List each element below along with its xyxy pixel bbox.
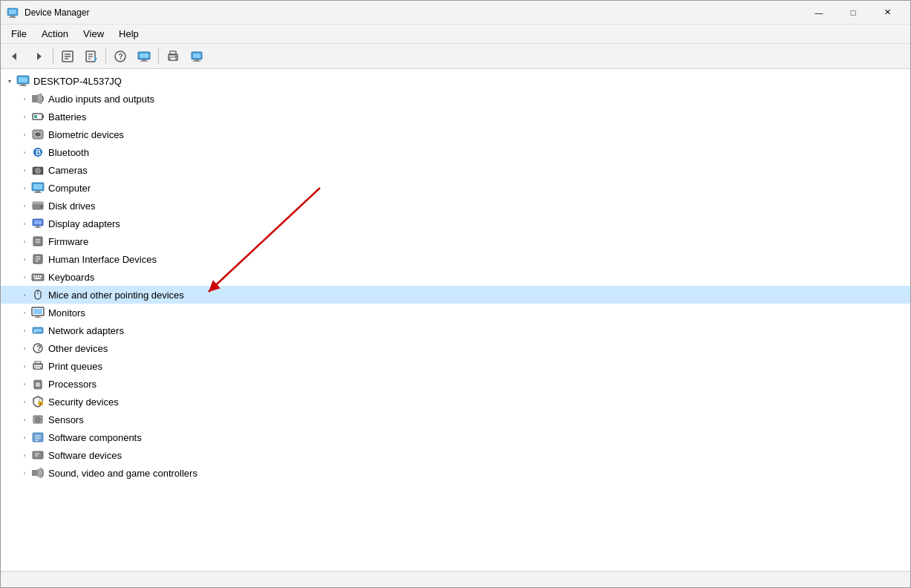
tree-item-print[interactable]: ›Print queues	[1, 357, 910, 375]
tree-item-network[interactable]: ›Network adapters	[1, 321, 910, 339]
tree-item-softdev[interactable]: ›Software devices	[1, 446, 910, 464]
tree-item-other[interactable]: ›?Other devices	[1, 339, 910, 357]
close-button[interactable]: ✕	[870, 1, 904, 24]
toolbar-separator-1	[53, 48, 53, 65]
expand-icon-hid[interactable]: ›	[19, 253, 30, 265]
menu-view[interactable]: View	[76, 27, 111, 41]
scan-button[interactable]	[186, 46, 208, 67]
expand-icon-keyboards[interactable]: ›	[19, 271, 30, 283]
svg-rect-19	[142, 59, 146, 61]
device-icon-batteries	[30, 111, 45, 122]
expand-icon-biometric[interactable]: ›	[19, 128, 30, 140]
expand-icon-audio[interactable]: ›	[19, 93, 30, 105]
tree-item-audio[interactable]: ›Audio inputs and outputs	[1, 90, 910, 108]
expand-icon-sensors[interactable]: ›	[19, 414, 30, 425]
expand-icon-disk[interactable]: ›	[19, 200, 30, 212]
root-expand-icon[interactable]: ▾	[4, 75, 16, 87]
device-icon-security: 🔒	[30, 396, 45, 408]
tree-item-display[interactable]: ›Display adapters	[1, 215, 910, 232]
expand-icon-other[interactable]: ›	[19, 342, 30, 354]
update-driver-button[interactable]	[80, 46, 102, 67]
svg-rect-28	[193, 61, 200, 62]
tree-label-softcomp: Software components	[48, 432, 142, 443]
menu-file[interactable]: File	[4, 27, 34, 41]
svg-rect-27	[195, 59, 199, 61]
tree-item-cameras[interactable]: ›Cameras	[1, 161, 910, 179]
svg-rect-23	[170, 57, 176, 60]
tree-item-batteries[interactable]: ›Batteries	[1, 108, 910, 125]
expand-icon-softcomp[interactable]: ›	[19, 431, 30, 443]
svg-rect-26	[193, 53, 200, 58]
tree-item-computer[interactable]: ›Computer	[1, 179, 910, 197]
tree-label-biometric: Biometric devices	[48, 129, 124, 140]
expand-icon-cameras[interactable]: ›	[19, 164, 30, 176]
expand-icon-processors[interactable]: ›	[19, 378, 30, 390]
tree-label-sensors: Sensors	[48, 414, 84, 425]
tree-item-processors[interactable]: ›Processors	[1, 375, 910, 393]
svg-point-51	[40, 205, 43, 208]
svg-rect-20	[140, 61, 148, 62]
tree-label-hid: Human Interface Devices	[48, 254, 157, 265]
device-icon-cameras	[30, 164, 45, 176]
expand-icon-print[interactable]: ›	[19, 360, 30, 372]
tree-item-sound[interactable]: ›Sound, video and game controllers	[1, 464, 910, 482]
device-icon-computer	[30, 182, 45, 194]
svg-rect-2	[10, 16, 15, 17]
svg-rect-66	[38, 275, 39, 277]
tree-item-sensors[interactable]: ›Sensors	[1, 411, 910, 428]
svg-rect-37	[34, 115, 37, 118]
device-icon-keyboards	[30, 271, 45, 283]
show-hidden-button[interactable]	[133, 46, 155, 67]
expand-icon-sound[interactable]: ›	[19, 467, 30, 479]
tree-item-biometric[interactable]: ›Biometric devices	[1, 125, 910, 143]
expand-icon-firmware[interactable]: ›	[19, 235, 30, 247]
tree-item-softcomp[interactable]: ›Software components	[1, 428, 910, 446]
help-button[interactable]: ?	[109, 46, 131, 67]
menu-action[interactable]: Action	[34, 27, 76, 41]
maximize-button[interactable]: □	[836, 1, 870, 24]
properties-button[interactable]	[56, 46, 79, 67]
svg-marker-34	[37, 94, 42, 104]
expand-icon-mice[interactable]: ›	[19, 289, 30, 301]
tree-label-print: Print queues	[48, 361, 102, 372]
minimize-button[interactable]: —	[802, 1, 836, 24]
tree-item-keyboards[interactable]: ›Keyboards	[1, 268, 910, 286]
tree-item-bluetooth[interactable]: ›BBluetooth	[1, 143, 910, 161]
expand-icon-computer[interactable]: ›	[19, 182, 30, 194]
tree-label-network: Network adapters	[48, 325, 124, 336]
svg-rect-1	[9, 10, 16, 14]
tree-label-processors: Processors	[48, 379, 97, 390]
device-icon-monitors	[30, 307, 45, 318]
tree-root[interactable]: ▾ DESKTOP-4L537JQ	[1, 72, 910, 90]
expand-icon-bluetooth[interactable]: ›	[19, 146, 30, 158]
back-button[interactable]	[4, 46, 26, 67]
expand-icon-softdev[interactable]: ›	[19, 449, 30, 461]
menu-help[interactable]: Help	[111, 27, 146, 41]
forward-button[interactable]	[27, 46, 50, 67]
window-controls: — □ ✕	[802, 1, 904, 24]
tree-label-display: Display adapters	[48, 218, 120, 229]
svg-rect-35	[33, 114, 42, 120]
device-tree[interactable]: ▾ DESKTOP-4L537JQ ›Audio inputs and outp…	[1, 69, 910, 571]
expand-icon-monitors[interactable]: ›	[19, 307, 30, 318]
device-icon-disk	[30, 200, 45, 212]
expand-icon-batteries[interactable]: ›	[19, 111, 30, 122]
svg-rect-32	[19, 85, 27, 86]
tree-label-firmware: Firmware	[48, 236, 88, 247]
tree-item-security[interactable]: ›🔒Security devices	[1, 393, 910, 411]
tree-item-hid[interactable]: ›Human Interface Devices	[1, 250, 910, 268]
expand-icon-network[interactable]: ›	[19, 324, 30, 336]
tree-item-disk[interactable]: ›Disk drives	[1, 197, 910, 215]
svg-rect-38	[33, 130, 43, 139]
tree-item-firmware[interactable]: ›Firmware	[1, 232, 910, 250]
print-button[interactable]	[162, 46, 184, 67]
window-title: Device Manager	[25, 7, 802, 18]
svg-rect-74	[35, 317, 41, 318]
expand-icon-display[interactable]: ›	[19, 218, 30, 229]
toolbar-separator-2	[105, 48, 106, 65]
tree-item-mice[interactable]: ›Mice and other pointing devices	[1, 286, 910, 304]
svg-rect-82	[35, 367, 41, 369]
tree-item-monitors[interactable]: ›Monitors	[1, 304, 910, 321]
expand-icon-security[interactable]: ›	[19, 396, 30, 408]
svg-rect-63	[32, 274, 44, 281]
